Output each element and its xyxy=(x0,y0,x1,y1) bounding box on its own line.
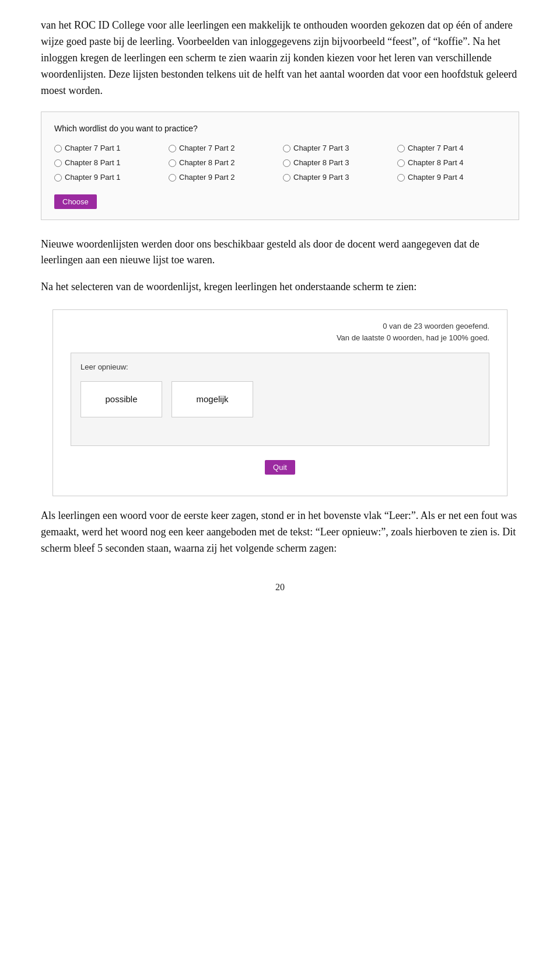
radio-ch7p2[interactable]: Chapter 7 Part 2 xyxy=(169,142,277,154)
wordlist-selection-box: Which wordlist do you want to practice? … xyxy=(41,112,519,220)
radio-ch8p1[interactable]: Chapter 8 Part 1 xyxy=(54,157,163,169)
stat-words-practiced: 0 van de 23 woorden geoefend. xyxy=(71,321,489,332)
radio-ch8p4-label: Chapter 8 Part 4 xyxy=(408,157,463,169)
radio-ch8p1-input[interactable] xyxy=(54,159,62,167)
radio-ch7p1[interactable]: Chapter 7 Part 1 xyxy=(54,142,163,154)
radio-ch7p1-label: Chapter 7 Part 1 xyxy=(65,142,120,154)
radio-ch9p2-input[interactable] xyxy=(169,174,176,182)
word-cards: possible mogelijk xyxy=(80,381,480,417)
radio-ch8p2[interactable]: Chapter 8 Part 2 xyxy=(169,157,277,169)
radio-ch7p2-input[interactable] xyxy=(169,145,176,152)
paragraph-1: van het ROC ID College voor alle leerlin… xyxy=(41,18,519,99)
radio-ch7p4[interactable]: Chapter 7 Part 4 xyxy=(397,142,506,154)
screen-stats: 0 van de 23 woorden geoefend. Van de laa… xyxy=(53,310,507,343)
word-card-dutch: mogelijk xyxy=(172,381,253,417)
screen-inner-box: Leer opnieuw: possible mogelijk xyxy=(71,353,489,446)
paragraph-2: Nieuwe woordenlijsten werden door ons be… xyxy=(41,236,519,269)
radio-ch9p3[interactable]: Chapter 9 Part 3 xyxy=(283,172,391,183)
radio-ch7p3-input[interactable] xyxy=(283,145,290,152)
word-card-english: possible xyxy=(80,381,162,417)
radio-ch7p2-label: Chapter 7 Part 2 xyxy=(179,142,235,154)
radio-ch8p3[interactable]: Chapter 8 Part 3 xyxy=(283,157,391,169)
radio-ch8p2-label: Chapter 8 Part 2 xyxy=(179,157,235,169)
choose-button[interactable]: Choose xyxy=(54,194,97,209)
radio-ch9p2-label: Chapter 9 Part 2 xyxy=(179,172,235,183)
radio-ch7p4-input[interactable] xyxy=(397,145,405,152)
radio-ch9p3-input[interactable] xyxy=(283,174,290,182)
radio-ch8p4[interactable]: Chapter 8 Part 4 xyxy=(397,157,506,169)
quit-button[interactable]: Quit xyxy=(265,460,295,475)
paragraph-4: Als leerlingen een woord voor de eerste … xyxy=(41,508,519,557)
radio-ch9p3-label: Chapter 9 Part 3 xyxy=(293,172,349,183)
radio-ch9p4[interactable]: Chapter 9 Part 4 xyxy=(397,172,506,183)
radio-ch9p2[interactable]: Chapter 9 Part 2 xyxy=(169,172,277,183)
radio-ch8p3-input[interactable] xyxy=(283,159,290,167)
radio-ch7p3[interactable]: Chapter 7 Part 3 xyxy=(283,142,391,154)
radio-ch9p1-label: Chapter 9 Part 1 xyxy=(65,172,120,183)
radio-ch7p3-label: Chapter 7 Part 3 xyxy=(293,142,349,154)
radio-ch7p1-input[interactable] xyxy=(54,145,62,152)
radio-ch9p1[interactable]: Chapter 9 Part 1 xyxy=(54,172,163,183)
radio-ch8p2-input[interactable] xyxy=(169,159,176,167)
radio-ch7p4-label: Chapter 7 Part 4 xyxy=(408,142,463,154)
radio-ch9p1-input[interactable] xyxy=(54,174,62,182)
wordlist-grid: Chapter 7 Part 1 Chapter 7 Part 2 Chapte… xyxy=(54,142,506,183)
wordlist-title: Which wordlist do you want to practice? xyxy=(54,123,506,135)
radio-ch8p3-label: Chapter 8 Part 3 xyxy=(293,157,349,169)
quit-row: Quit xyxy=(53,460,507,485)
radio-ch9p4-input[interactable] xyxy=(397,174,405,182)
radio-ch8p4-input[interactable] xyxy=(397,159,405,167)
paragraph-3: Na het selecteren van de woordenlijst, k… xyxy=(41,279,519,295)
leer-label: Leer opnieuw: xyxy=(80,361,480,373)
stat-percentage: Van de laatste 0 woorden, had je 100% go… xyxy=(71,332,489,344)
page-number: 20 xyxy=(41,580,519,595)
radio-ch9p4-label: Chapter 9 Part 4 xyxy=(408,172,463,183)
practice-screen-box: 0 van de 23 woorden geoefend. Van de laa… xyxy=(52,309,508,496)
radio-ch8p1-label: Chapter 8 Part 1 xyxy=(65,157,120,169)
